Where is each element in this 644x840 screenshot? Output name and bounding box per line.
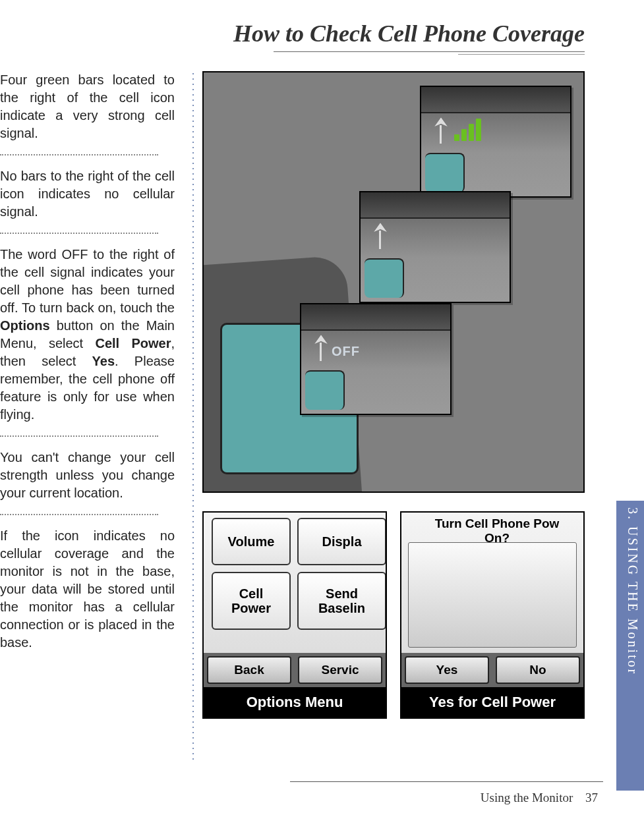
footer-rule: [290, 781, 603, 782]
prompt-title: Turn Cell Phone Pow On?: [401, 517, 583, 546]
footer-section: Using the Monitor: [481, 791, 573, 804]
inset-screen-corner: [365, 258, 404, 298]
inset-strong-signal: [420, 86, 571, 198]
options-bottom-bar: Back Servic: [204, 653, 386, 687]
separator: [0, 435, 158, 437]
title-underline-2: [458, 54, 585, 55]
side-tab-label: 3. USING THE Monitor: [620, 507, 640, 784]
signal-bars-icon: [454, 119, 481, 141]
left-column: Four green bars located to the right of …: [0, 71, 183, 719]
prompt-bottom-bar: Yes No: [401, 653, 583, 687]
separator: [0, 514, 158, 515]
menu-screenshots-row: Volume Displa Cell Power Send Baselin Ba…: [202, 511, 585, 719]
antenna-icon: [313, 335, 329, 361]
off-label: OFF: [332, 344, 360, 359]
cell-power-button[interactable]: Cell Power: [212, 572, 291, 630]
service-button[interactable]: Servic: [298, 656, 382, 684]
prompt-body-wrap: Turn Cell Phone Pow On? Yes No: [401, 513, 583, 687]
paragraph-off: The word OFF to the right of the cell si…: [0, 246, 175, 424]
no-button[interactable]: No: [496, 656, 580, 684]
p3-yes-bold: Yes: [92, 354, 115, 368]
paragraph-strong-signal: Four green bars located to the right of …: [0, 71, 175, 142]
content-row: Four green bars located to the right of …: [0, 71, 644, 719]
footer: Using the Monitor 37: [481, 791, 598, 805]
p3-part: The word OFF to the right of the cell si…: [0, 247, 175, 315]
right-column: OFF Volume Displa Cell Power Send Baseli…: [183, 71, 644, 719]
title-text: How to Check Cell Phone Coverage: [233, 20, 585, 47]
antenna-icon: [372, 223, 388, 249]
antenna-icon: [433, 117, 449, 144]
separator: [0, 154, 158, 155]
paragraph-stored: If the icon indicates no cellular covera…: [0, 527, 175, 652]
send-baseline-button[interactable]: Send Baselin: [297, 572, 386, 630]
inset-topbar: [421, 87, 570, 113]
paragraph-location: You can't change your cell strength unle…: [0, 449, 175, 502]
inset-screen-corner: [425, 153, 465, 192]
prompt-caption: Yes for Cell Power: [401, 687, 583, 717]
cell-power-prompt-figure: Turn Cell Phone Pow On? Yes No Yes for C…: [400, 511, 585, 719]
options-caption: Options Menu: [204, 687, 386, 717]
p3-options-bold: Options: [0, 318, 50, 333]
p3-cellpower-bold: Cell Power: [95, 336, 171, 350]
prompt-blank-area: [408, 542, 577, 648]
page-title: How to Check Cell Phone Coverage: [0, 0, 644, 51]
back-button[interactable]: Back: [207, 656, 291, 684]
yes-button[interactable]: Yes: [405, 656, 489, 684]
inset-topbar: [301, 304, 450, 331]
signal-composite-figure: OFF: [202, 71, 585, 493]
inset-screen-corner: [305, 370, 345, 410]
title-underline: [274, 51, 585, 52]
separator: [0, 233, 158, 234]
options-menu-figure: Volume Displa Cell Power Send Baselin Ba…: [202, 511, 387, 719]
inset-no-signal: [359, 191, 511, 303]
inset-off: OFF: [300, 303, 452, 415]
paragraph-no-signal: No bars to the right of the cell icon in…: [0, 167, 175, 221]
options-menu-body: Volume Displa Cell Power Send Baselin Ba…: [204, 513, 386, 687]
display-button[interactable]: Displa: [297, 518, 386, 565]
inset-topbar: [361, 192, 510, 219]
footer-page-number: 37: [585, 791, 598, 804]
volume-button[interactable]: Volume: [212, 518, 291, 565]
